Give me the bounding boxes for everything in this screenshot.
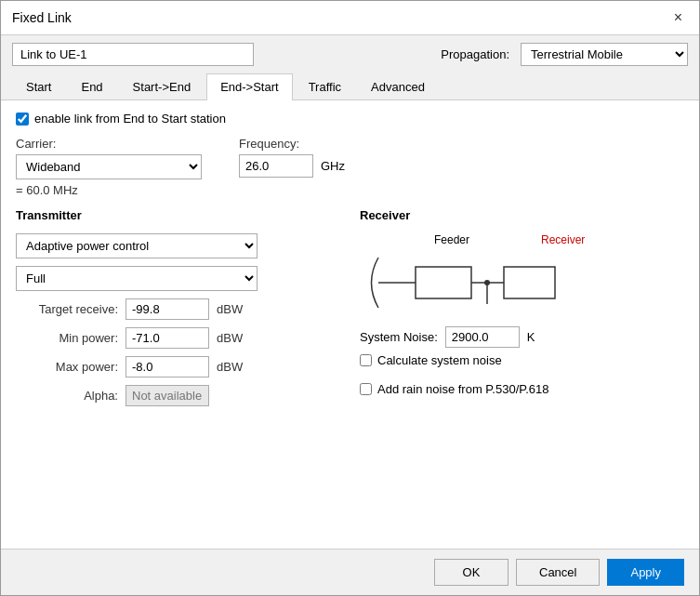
tab-start[interactable]: Start [12,73,65,99]
transmitter-section: Transmitter Adaptive power control Fixed… [16,208,332,414]
svg-rect-5 [504,267,555,298]
tab-end[interactable]: End [67,73,116,99]
mhz-label: = 60.0 MHz [16,183,684,197]
ok-button[interactable]: OK [434,559,508,586]
svg-rect-1 [416,267,471,298]
target-receive-input[interactable] [125,298,209,320]
frequency-unit: GHz [321,159,345,173]
alpha-row: Alpha: [16,385,332,406]
carrier-frequency-row: Carrier: Wideband Narrowband Frequency: … [16,137,684,179]
power-control-select[interactable]: Adaptive power control Fixed power ATPC [16,233,258,258]
transmitter-title: Transmitter [16,208,332,222]
tab-traffic[interactable]: Traffic [295,73,355,99]
frequency-input[interactable] [239,154,313,178]
min-power-unit: dBW [217,331,243,345]
max-power-input[interactable] [125,356,209,377]
calc-noise-checkbox[interactable] [360,354,372,366]
rain-noise-checkbox[interactable] [360,383,372,395]
cancel-button[interactable]: Cancel [516,559,600,586]
max-power-row: Max power: dBW [16,356,332,377]
apply-button[interactable]: Apply [607,559,684,586]
alpha-label: Alpha: [16,389,118,403]
feeder-label: Feeder [434,233,469,246]
receiver-diagram: Feeder Receiver [360,233,611,317]
max-power-label: Max power: [16,360,118,374]
rain-noise-label: Add rain noise from P.530/P.618 [377,382,549,396]
target-receive-row: Target receive: dBW [16,298,332,320]
two-col-layout: Transmitter Adaptive power control Fixed… [16,208,684,414]
tab-bar: Start End Start->End End->Start Traffic … [1,73,699,100]
propagation-select[interactable]: Terrestrial Mobile Free Space TIREM SUI [521,43,688,66]
system-noise-unit: K [527,330,535,344]
propagation-label: Propagation: [441,47,509,61]
carrier-select[interactable]: Wideband Narrowband [16,154,202,179]
calc-noise-row: Calculate system noise [360,353,684,367]
frequency-label: Frequency: [239,137,345,151]
header-row: Propagation: Terrestrial Mobile Free Spa… [1,35,699,73]
frequency-group: Frequency: GHz [239,137,345,178]
close-button[interactable]: × [668,8,688,27]
tab-start-end[interactable]: Start->End [119,73,205,99]
fixed-link-dialog: Fixed Link × Propagation: Terrestrial Mo… [0,0,700,596]
system-noise-label: System Noise: [360,330,438,344]
system-noise-input[interactable] [445,326,520,348]
tab-end-start[interactable]: End->Start [206,73,293,100]
min-power-input[interactable] [125,327,209,349]
title-bar: Fixed Link × [1,1,699,35]
footer: OK Cancel Apply [1,549,699,595]
content-area: enable link from End to Start station Ca… [1,100,699,549]
tab-advanced[interactable]: Advanced [357,73,439,99]
target-receive-unit: dBW [217,302,243,316]
receiver-svg [360,248,611,318]
carrier-group: Carrier: Wideband Narrowband [16,137,202,179]
enable-row: enable link from End to Start station [16,112,684,126]
receiver-section: Receiver Feeder Receiver [360,208,684,414]
frequency-row: GHz [239,154,345,178]
max-power-unit: dBW [217,360,243,374]
calc-noise-label: Calculate system noise [377,353,502,367]
power-mode-select[interactable]: Full Half [16,266,258,291]
carrier-label: Carrier: [16,137,202,151]
rain-noise-row: Add rain noise from P.530/P.618 [360,382,684,396]
min-power-row: Min power: dBW [16,327,332,349]
dialog-title: Fixed Link [12,10,72,25]
receiver-title: Receiver [360,208,684,222]
min-power-label: Min power: [16,331,118,345]
system-noise-row: System Noise: K [360,326,684,348]
alpha-input [125,385,209,406]
link-name-input[interactable] [12,43,254,66]
target-receive-label: Target receive: [16,302,118,316]
receiver-diagram-label: Receiver [541,233,585,246]
enable-checkbox[interactable] [16,113,29,126]
enable-label: enable link from End to Start station [34,112,226,126]
